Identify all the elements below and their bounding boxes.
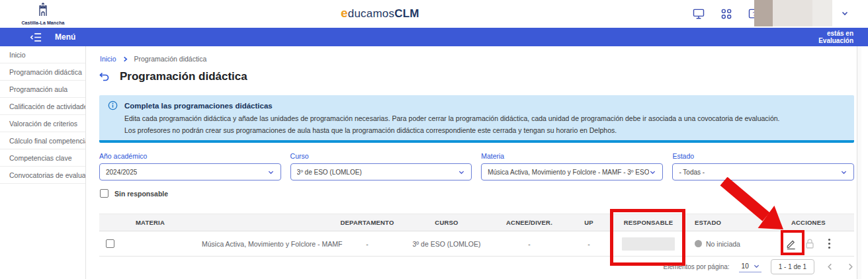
filters-row: Año académico 2024/2025 Curso 3º de ESO … xyxy=(99,152,854,180)
next-page-chevron-right-icon[interactable] xyxy=(847,262,854,271)
educamos-clm-logo[interactable]: educamosCLM xyxy=(341,6,419,20)
info-panel-title: Completa las programaciones didácticas xyxy=(124,102,273,110)
breadcrumb-home-link[interactable]: Inicio xyxy=(100,55,116,63)
info-icon xyxy=(108,100,118,110)
breadcrumb-current: Programación didáctica xyxy=(134,55,207,63)
context-line1: estás en xyxy=(818,30,853,37)
back-undo-icon[interactable] xyxy=(99,71,110,83)
chevron-down-icon xyxy=(267,169,275,176)
sidebar-item-convocatorias-evaluacion[interactable]: Convocatorias de evaluación xyxy=(0,167,85,184)
items-per-page-select[interactable]: 10 xyxy=(739,261,761,272)
logo-mid: ducamos xyxy=(348,7,394,20)
educamosclm-page: Castilla-La Mancha educamosCLM ? xyxy=(0,0,868,279)
redaction-block xyxy=(754,0,773,26)
info-panel-paragraph: Edita cada programación didáctica y añad… xyxy=(124,114,844,122)
sidebar: Inicio Programación didáctica Programaci… xyxy=(0,46,86,279)
menu-toggle-button[interactable]: Menú xyxy=(30,28,75,46)
header-icons: ? xyxy=(691,0,761,28)
row-checkbox[interactable] xyxy=(106,239,114,248)
sidebar-item-calificacion-actividades[interactable]: Calificación de actividades xyxy=(0,98,85,115)
table-row: Música Activa, Movimiento y Folclore - M… xyxy=(99,231,854,257)
castilla-la-mancha-logo: Castilla-La Mancha xyxy=(15,2,71,25)
castle-emblem-icon xyxy=(36,2,50,17)
apps-grid-icon[interactable] xyxy=(719,7,734,21)
filter-curso: Curso 3º de ESO (LOMLOE) xyxy=(290,152,472,180)
vertical-scrollbar[interactable] xyxy=(857,46,861,279)
curso-select[interactable]: 3º de ESO (LOMLOE) xyxy=(290,163,472,180)
cell-acnee-diver: - xyxy=(490,240,569,248)
cell-up: - xyxy=(569,240,609,248)
page-range-label: 1 - 1 de 1 xyxy=(771,259,814,274)
pagination: Elementos por página: 10 1 - 1 de 1 xyxy=(664,258,854,275)
main-content: Inicio Programación didáctica Programaci… xyxy=(87,46,857,279)
ano-academico-select[interactable]: 2024/2025 xyxy=(99,163,281,180)
logo-e: e xyxy=(341,6,348,20)
chevron-down-icon xyxy=(840,169,847,176)
context-indicator: estás en Evaluación xyxy=(818,30,853,44)
header-estado: ESTADO xyxy=(688,219,781,226)
header-acciones: ACCIONES xyxy=(781,219,854,226)
table-header-row: MATERIA DEPARTAMENTO CURSO ACNEE/DIVER. … xyxy=(99,214,854,231)
sidebar-item-programacion-aula[interactable]: Programación aula xyxy=(0,81,85,98)
sidebar-item-valoracion-criterios[interactable]: Valoración de criterios xyxy=(0,115,85,132)
sin-responsable-filter: Sin responsable xyxy=(100,189,168,198)
sin-responsable-checkbox[interactable] xyxy=(100,189,108,198)
top-header: Castilla-La Mancha educamosCLM ? xyxy=(0,0,868,28)
filter-label: Materia xyxy=(481,152,663,160)
filter-ano-academico: Año académico 2024/2025 xyxy=(99,152,281,180)
header-acnee-diver: ACNEE/DIVER. xyxy=(490,219,569,226)
status-dot-icon xyxy=(695,240,702,247)
more-options-kebab-icon[interactable] xyxy=(822,236,836,252)
sin-responsable-label: Sin responsable xyxy=(114,190,168,198)
programaciones-table: MATERIA DEPARTAMENTO CURSO ACNEE/DIVER. … xyxy=(99,214,854,257)
previous-page-chevron-left-icon[interactable] xyxy=(826,262,834,271)
logo-clm: CLM xyxy=(394,7,419,20)
status-label: No iniciada xyxy=(706,240,740,248)
lock-icon[interactable] xyxy=(803,236,817,252)
brand-name: Castilla-La Mancha xyxy=(15,20,71,25)
monitor-icon[interactable] xyxy=(691,7,706,21)
estado-select[interactable]: - Todas - xyxy=(672,163,854,180)
cell-responsable-redacted xyxy=(609,237,688,251)
sidebar-item-competencias-clave[interactable]: Competencias clave xyxy=(0,149,85,167)
user-menu-chevron-down-icon[interactable] xyxy=(840,9,849,20)
cell-materia: Música Activa, Movimiento y Folclore - M… xyxy=(126,240,331,248)
items-per-page-label: Elementos por página: xyxy=(664,263,730,270)
header-up: UP xyxy=(569,219,609,226)
filter-label: Año académico xyxy=(99,152,281,160)
header-departamento: DEPARTAMENTO xyxy=(331,219,404,226)
breadcrumb-chevron-icon xyxy=(122,56,128,62)
cell-acciones xyxy=(781,236,854,252)
user-account-redacted[interactable] xyxy=(754,0,832,26)
breadcrumb: Inicio Programación didáctica xyxy=(100,55,206,63)
context-line2: Evaluación xyxy=(818,37,853,44)
menu-bar: Menú estás en Evaluación xyxy=(0,28,868,46)
edit-icon[interactable] xyxy=(783,236,798,252)
cell-departamento: - xyxy=(331,240,404,248)
info-panel: Completa las programaciones didácticas E… xyxy=(99,95,854,143)
chevron-down-icon xyxy=(649,169,656,176)
materia-select[interactable]: Música Activa, Movimiento y Folclore - M… xyxy=(481,163,663,180)
filter-estado: Estado - Todas - xyxy=(672,152,854,180)
header-materia: MATERIA xyxy=(126,219,331,226)
redaction-block xyxy=(812,0,832,26)
redaction-block xyxy=(773,0,812,26)
filter-label: Estado xyxy=(672,152,854,160)
chevron-down-icon xyxy=(753,262,760,270)
info-panel-paragraph: Los profesores no podrán crear sus progr… xyxy=(124,126,844,134)
sidebar-item-calculo-final-competencias[interactable]: Cálculo final competencias clave xyxy=(0,132,85,149)
menu-collapse-icon xyxy=(30,32,42,42)
header-responsable: RESPONSABLE xyxy=(609,219,688,226)
redaction-block xyxy=(622,237,675,251)
sidebar-item-programacion-didactica[interactable]: Programación didáctica xyxy=(0,63,85,81)
menu-label: Menú xyxy=(55,32,75,42)
cell-curso: 3º de ESO (LOMLOE) xyxy=(404,240,490,248)
title-row: Programación didáctica xyxy=(99,70,247,83)
sidebar-item-inicio[interactable]: Inicio xyxy=(0,46,85,63)
filter-materia: Materia Música Activa, Movimiento y Folc… xyxy=(481,152,663,180)
header-curso: CURSO xyxy=(404,219,490,226)
cell-estado: No iniciada xyxy=(688,240,781,248)
chevron-down-icon xyxy=(458,169,465,176)
page-title: Programación didáctica xyxy=(120,70,247,83)
filter-label: Curso xyxy=(290,152,472,160)
